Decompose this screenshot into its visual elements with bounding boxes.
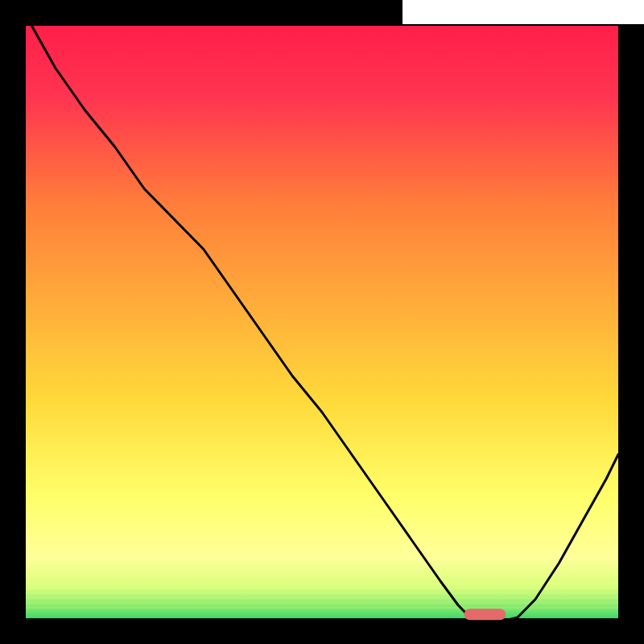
chart-frame: TheBottleneck.com	[0, 0, 644, 644]
band-stripe	[26, 583, 618, 584]
band-stripe	[26, 592, 618, 594]
watermark-bg	[407, 0, 644, 24]
band-stripe	[26, 602, 618, 604]
gradient-background	[26, 26, 618, 630]
band-stripe	[26, 597, 618, 599]
bottleneck-chart	[0, 0, 644, 644]
optimal-range-marker	[464, 609, 506, 620]
band-stripe	[26, 607, 618, 609]
band-stripe	[26, 588, 618, 589]
